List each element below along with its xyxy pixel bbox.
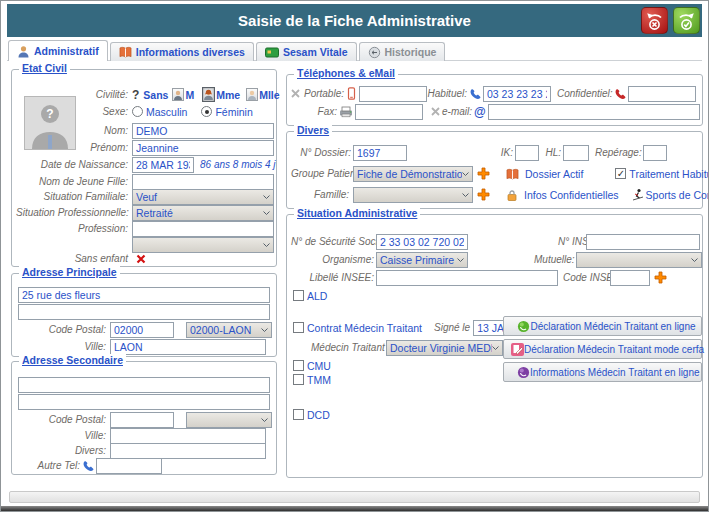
email-input[interactable]: [488, 104, 700, 120]
tmm-checkbox[interactable]: [293, 374, 304, 385]
civilite-mlle-button[interactable]: [246, 88, 258, 101]
traitement-habituel-checkbox[interactable]: [615, 168, 626, 179]
organisme-label: Organisme:: [291, 254, 374, 265]
libelle-insee-input[interactable]: [376, 270, 558, 286]
sans-enfant-row: Sans enfant: [16, 250, 272, 267]
groupe-patient-select[interactable]: Fiche de Démonstration: [353, 166, 473, 182]
mutuelle-label: Mutuelle:: [534, 254, 574, 265]
cancel-button[interactable]: [641, 7, 668, 34]
dossier-actif-label[interactable]: Dossier Actif: [525, 168, 583, 180]
code-postal-input[interactable]: [110, 322, 174, 338]
autre-tel-row: Autre Tel:: [16, 457, 272, 474]
tab-administratif[interactable]: Administratif: [8, 40, 108, 61]
code-postal-select[interactable]: [186, 412, 272, 428]
mutuelle-select[interactable]: [576, 252, 702, 268]
cmu-label[interactable]: CMU: [307, 360, 331, 372]
sexe-feminin-label[interactable]: Féminin: [215, 106, 252, 118]
secu-row: N° de Sécurité Sociale: N° INS: [291, 233, 698, 250]
nom-input[interactable]: [132, 123, 274, 139]
section-telephones: Téléphones & eMail Portable: Habituel: C…: [286, 74, 703, 126]
declaration-mt-cerfa-button[interactable]: Déclaration Médecin Traitant mode cerfa: [503, 339, 702, 359]
status-bar: [9, 491, 700, 503]
infos-confidentielles-label[interactable]: Infos Confidentielles: [524, 189, 619, 201]
adresse2-ligne1-input[interactable]: [18, 377, 270, 393]
sexe-feminin-radio[interactable]: [201, 106, 212, 117]
profession-input[interactable]: [132, 221, 274, 237]
autre-tel-input[interactable]: [96, 458, 162, 474]
tab-informations-diverses[interactable]: Informations diverses: [110, 42, 254, 61]
portable-input[interactable]: [359, 86, 427, 102]
situation-professionnelle-select[interactable]: Retraité: [132, 205, 274, 221]
habituel-input[interactable]: [483, 86, 551, 102]
code-insee-label: Code INSEE:: [563, 272, 608, 283]
adresse2-ligne2-input[interactable]: [18, 394, 270, 410]
adresse1-ligne1-input[interactable]: [18, 287, 270, 303]
organisme-select[interactable]: Caisse Primaire d'Assur: [376, 252, 468, 268]
secu-input[interactable]: [376, 234, 468, 250]
civilite-mme-button[interactable]: [202, 87, 215, 102]
code-postal-input[interactable]: [110, 412, 174, 428]
add-insee-icon[interactable]: [654, 271, 667, 284]
situation-familiale-select[interactable]: Veuf: [132, 189, 274, 205]
traitement-habituel-label[interactable]: Traitement Habituel: [629, 168, 709, 180]
confirm-button[interactable]: [673, 7, 700, 34]
ville-input[interactable]: [110, 339, 266, 355]
date-naissance-input[interactable]: [132, 157, 194, 173]
red-cross-icon[interactable]: [136, 254, 146, 264]
civilite-mlle-label[interactable]: Mlle: [259, 89, 279, 101]
select-value: Veuf: [136, 191, 263, 203]
clear-portable-icon[interactable]: [291, 89, 300, 98]
dossier-input[interactable]: [353, 145, 407, 161]
ik-input[interactable]: [515, 145, 539, 161]
sexe-masculin-radio[interactable]: [132, 106, 143, 117]
sexe-label: Sexe:: [16, 106, 128, 117]
confidentiel-label: Confidentiel:: [557, 88, 612, 99]
situation-professionnelle-row: Situation Professionnelle: Retraité: [16, 204, 272, 221]
dcd-checkbox[interactable]: [293, 409, 304, 420]
contrat-medecin-checkbox[interactable]: [293, 322, 304, 333]
code-insee-input[interactable]: [610, 270, 650, 286]
informations-mt-en-ligne-button[interactable]: Informations Médecin Traitant en ligne: [503, 362, 702, 382]
ald-checkbox[interactable]: [293, 290, 304, 301]
prenom-input[interactable]: [132, 140, 274, 156]
autre-tel-label: Autre Tel:: [16, 460, 80, 471]
ik-label: IK:: [497, 147, 513, 158]
ald-label[interactable]: ALD: [307, 290, 327, 302]
civilite-mme-label[interactable]: Mme: [216, 89, 240, 101]
tmm-label[interactable]: TMM: [307, 374, 331, 386]
civilite-m-button[interactable]: [172, 88, 184, 101]
medecin-traitant-select[interactable]: Docteur Virginie MEDECIN RP...: [386, 340, 503, 356]
tab-historique[interactable]: Historique: [359, 42, 446, 61]
ins-input[interactable]: [586, 234, 700, 250]
contrat-medecin-label[interactable]: Contrat Médecin Traitant: [307, 322, 422, 334]
clear-email-icon[interactable]: [431, 107, 440, 116]
select-value: Fiche de Démonstration: [357, 168, 462, 180]
code-postal-select[interactable]: 02000-LAON: [186, 322, 272, 338]
man-icon: [173, 90, 183, 100]
civilite-sans-label[interactable]: Sans: [143, 89, 168, 101]
phone-red-icon: [614, 88, 626, 100]
add-famille-icon[interactable]: [477, 188, 490, 201]
fax-input[interactable]: [355, 104, 423, 120]
page-title: Saisie de la Fiche Administrative: [7, 4, 702, 37]
situation-professionnelle-label: Situation Professionnelle:: [16, 207, 128, 218]
add-groupe-icon[interactable]: [477, 167, 490, 180]
famille-select[interactable]: [353, 187, 473, 203]
reperage-input[interactable]: [643, 145, 667, 161]
titlebar: Saisie de la Fiche Administrative: [7, 4, 702, 37]
section-etat-civil: Etat Civil ? Civilité: ? Sans M Mme Mlle…: [11, 69, 277, 267]
adresse1-ligne2-input[interactable]: [18, 304, 270, 320]
civilite-m-label[interactable]: M: [185, 89, 194, 101]
confidentiel-input[interactable]: [628, 86, 696, 102]
vitale-card-icon: [265, 47, 279, 58]
ald-row: ALD: [291, 287, 698, 304]
sexe-masculin-label[interactable]: Masculin: [146, 106, 187, 118]
hl-input[interactable]: [563, 145, 589, 161]
section-title: Etat Civil: [19, 62, 70, 74]
declaration-mt-en-ligne-button[interactable]: Déclaration Médecin Traitant en ligne: [503, 316, 702, 336]
sports-competition-label[interactable]: Sports de Compétition: [646, 189, 709, 201]
cmu-checkbox[interactable]: [293, 360, 304, 371]
window-bottom-edge: [1, 506, 708, 511]
tab-sesam-vitale[interactable]: Sesam Vitale: [256, 42, 357, 61]
dcd-label[interactable]: DCD: [307, 409, 330, 421]
